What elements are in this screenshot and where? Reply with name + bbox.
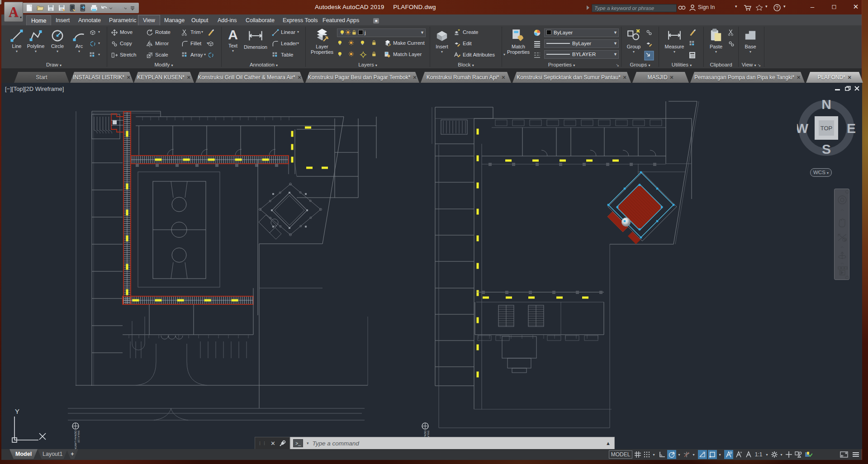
svg-text:DENAH LANTAI: DENAH LANTAI: [74, 431, 77, 449]
svg-text:W: W: [797, 121, 809, 136]
svg-text:S: S: [822, 142, 831, 156]
svg-text:?: ?: [776, 5, 778, 10]
svg-text:TOP: TOP: [821, 125, 833, 132]
svg-text:Y: Y: [15, 407, 19, 415]
svg-text:N: N: [821, 99, 831, 112]
svg-text:SKALA 1:100: SKALA 1:100: [77, 431, 80, 443]
svg-text:E: E: [847, 121, 856, 136]
